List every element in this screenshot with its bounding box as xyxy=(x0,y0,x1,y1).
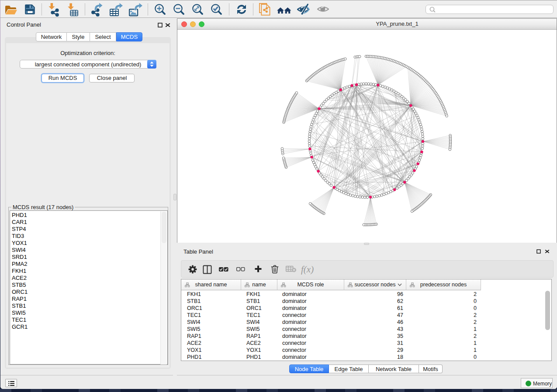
svg-text:f(x): f(x) xyxy=(301,264,314,275)
